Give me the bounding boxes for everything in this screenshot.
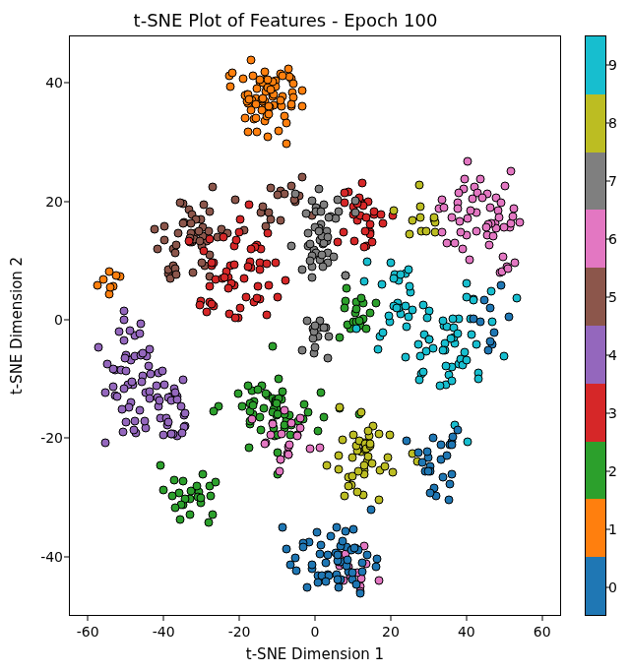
data-point <box>462 278 471 287</box>
data-point <box>467 206 475 214</box>
data-point <box>197 259 206 268</box>
data-point <box>278 430 286 439</box>
data-point <box>101 389 110 397</box>
data-point <box>376 210 385 218</box>
data-point <box>447 214 456 222</box>
data-point <box>283 139 291 148</box>
data-point <box>482 223 491 232</box>
data-point <box>453 330 462 338</box>
data-point <box>292 432 301 441</box>
data-point <box>210 407 219 416</box>
data-point <box>227 69 236 78</box>
data-point <box>392 303 401 312</box>
data-point <box>287 418 296 427</box>
data-point <box>454 425 463 434</box>
data-point <box>403 436 411 445</box>
data-point <box>280 406 288 415</box>
data-point <box>506 167 515 176</box>
y-tick: -20 <box>4 430 63 446</box>
data-point <box>373 345 382 354</box>
data-point <box>241 292 250 301</box>
data-point <box>360 276 369 285</box>
data-point <box>442 452 451 460</box>
data-point <box>462 355 471 364</box>
data-point <box>274 293 283 302</box>
colorbar-tick: 1 <box>608 521 617 537</box>
data-point <box>292 567 301 576</box>
data-point <box>125 402 134 411</box>
data-point <box>207 299 216 308</box>
data-point <box>297 266 306 275</box>
data-point <box>350 197 359 206</box>
data-point <box>461 347 470 356</box>
data-point <box>315 444 324 453</box>
data-point <box>117 404 126 413</box>
data-point <box>320 200 329 209</box>
data-point <box>115 328 124 336</box>
data-point <box>159 430 168 439</box>
data-point <box>126 327 135 336</box>
data-point <box>496 198 505 207</box>
data-point <box>510 204 519 213</box>
data-point <box>180 408 189 417</box>
data-point <box>372 562 381 571</box>
colorbar-segment <box>586 94 605 153</box>
data-point <box>436 382 445 391</box>
data-point <box>246 55 255 64</box>
x-tick: -60 <box>68 624 107 640</box>
data-point <box>424 336 433 344</box>
data-point <box>342 283 350 292</box>
data-point <box>167 491 176 500</box>
data-point <box>476 317 485 326</box>
data-point <box>486 303 495 312</box>
data-point <box>138 348 147 357</box>
data-point <box>278 523 286 532</box>
data-point <box>440 204 449 213</box>
colorbar-tick: 2 <box>608 463 617 479</box>
data-point <box>360 227 369 236</box>
data-point <box>363 257 372 266</box>
data-point <box>136 320 145 329</box>
colorbar-segment <box>586 442 605 500</box>
data-point <box>178 477 187 486</box>
data-point <box>341 272 349 280</box>
data-point <box>308 273 317 281</box>
data-point <box>339 227 347 236</box>
data-point <box>464 214 472 223</box>
data-point <box>302 209 311 217</box>
data-point <box>285 441 294 450</box>
x-tick: -40 <box>144 624 183 640</box>
data-point <box>446 480 455 489</box>
data-point <box>276 467 284 476</box>
data-point <box>298 542 307 551</box>
data-point <box>386 258 395 267</box>
data-point <box>136 329 145 337</box>
data-point <box>313 578 322 586</box>
data-point <box>264 281 273 290</box>
data-point <box>396 271 405 279</box>
data-point <box>263 76 272 85</box>
data-point <box>171 503 180 512</box>
data-point <box>259 203 268 212</box>
data-point <box>206 235 215 244</box>
data-point <box>405 265 413 274</box>
data-point <box>323 354 332 363</box>
data-point <box>141 417 150 426</box>
data-point <box>172 240 181 249</box>
data-point <box>401 302 410 311</box>
data-point <box>170 248 179 257</box>
data-point <box>336 334 345 342</box>
y-tick: 0 <box>4 312 63 328</box>
data-point <box>268 420 277 429</box>
data-point <box>459 244 468 253</box>
data-point <box>463 157 472 166</box>
data-point <box>334 464 343 473</box>
colorbar-tick: 9 <box>608 57 617 73</box>
colorbar-segment <box>586 499 605 557</box>
data-point <box>244 262 253 271</box>
data-point <box>426 488 435 497</box>
data-point <box>428 343 437 352</box>
data-point <box>472 339 481 348</box>
data-point <box>178 429 187 438</box>
chart-title: t-SNE Plot of Features - Epoch 100 <box>0 10 571 31</box>
